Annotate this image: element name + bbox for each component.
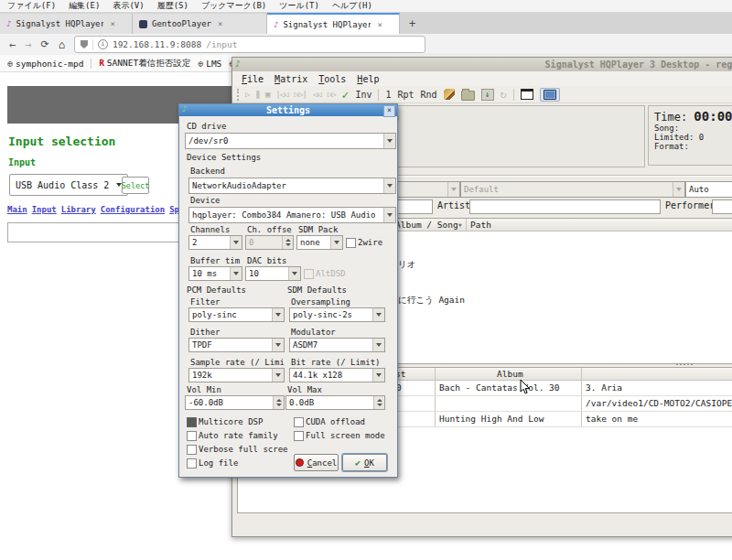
tab-hqplayer-2[interactable]: ♪ Signalyst HQPlayer 4 × bbox=[267, 13, 400, 34]
times-button[interactable]: 1 bbox=[385, 90, 391, 100]
multicore-dsp-checkbox[interactable] bbox=[187, 417, 197, 427]
random-button[interactable]: Rnd bbox=[421, 90, 437, 100]
forward-icon[interactable]: → bbox=[25, 38, 31, 51]
bookmark-lms[interactable]: ⊕ LMS bbox=[198, 59, 221, 69]
backend-combo[interactable]: NetworkAudioAdapter bbox=[188, 178, 396, 194]
invert-button[interactable]: Inv bbox=[355, 90, 371, 100]
dac-bits-combo[interactable]: 10 bbox=[245, 266, 301, 281]
open-folder-icon[interactable] bbox=[461, 91, 475, 101]
dither-combo[interactable]: TPDF bbox=[188, 338, 285, 352]
confirm-check-icon[interactable]: ✓ bbox=[342, 88, 350, 102]
menu-tools[interactable]: Tools bbox=[318, 74, 346, 84]
tab-hqplayer-1[interactable]: ♪ Signalyst HQPlayer 4 × bbox=[0, 14, 133, 34]
column-divider[interactable] bbox=[466, 219, 467, 231]
repeat-button[interactable]: Rpt bbox=[397, 90, 414, 100]
window-mode-icon[interactable] bbox=[521, 89, 533, 100]
link-configuration[interactable]: Configuration bbox=[101, 205, 165, 214]
splitter-handle[interactable] bbox=[676, 363, 693, 365]
input-device-select[interactable]: USB Audio Class 2 bbox=[9, 174, 128, 196]
ch-offset-spinner[interactable]: 0 bbox=[245, 235, 294, 250]
clear-brush-icon[interactable] bbox=[444, 89, 455, 100]
cancel-button[interactable]: Cancel bbox=[294, 454, 339, 471]
filter-combo[interactable]: poly-sinc bbox=[188, 307, 285, 322]
link-main[interactable]: Main bbox=[7, 205, 27, 214]
next-track-icon[interactable]: ▷▷| bbox=[295, 90, 307, 99]
album-song-column-header[interactable]: Album / Song bbox=[395, 220, 458, 230]
menu-help[interactable]: ヘルプ(H) bbox=[332, 0, 372, 12]
album-column-header[interactable]: Album bbox=[497, 369, 523, 379]
reload-icon[interactable]: ⟳ bbox=[40, 38, 48, 50]
previous-track-icon[interactable]: |◁◁ bbox=[275, 90, 287, 99]
sort-arrow-icon[interactable]: ▾ bbox=[458, 220, 463, 230]
fast-forward-icon[interactable]: ▷▷ bbox=[328, 90, 336, 99]
performer-input[interactable] bbox=[712, 199, 732, 214]
menu-bookmarks[interactable]: ブックマーク(B) bbox=[201, 0, 266, 12]
menu-file[interactable]: ファイル(F) bbox=[7, 0, 56, 12]
altdsd-checkbox[interactable] bbox=[304, 269, 314, 279]
path-column-header[interactable]: Path bbox=[470, 220, 491, 230]
pause-icon[interactable]: ∥ bbox=[255, 90, 259, 99]
tab-close-icon[interactable]: × bbox=[108, 19, 116, 28]
menu-matrix[interactable]: Matrix bbox=[274, 74, 307, 84]
twowire-checkbox[interactable] bbox=[346, 238, 356, 248]
new-tab-button[interactable]: + bbox=[400, 17, 425, 30]
tab-close-icon[interactable]: × bbox=[216, 19, 224, 28]
vol-min-spinner[interactable]: -60.0dB bbox=[185, 395, 285, 410]
home-icon[interactable]: ⌂ bbox=[59, 38, 65, 51]
bookmark-sannet[interactable]: R SANNET着信拒否設定 bbox=[99, 58, 190, 70]
oversampling-combo[interactable]: poly-sinc-2s bbox=[289, 307, 385, 322]
rewind-icon[interactable]: ◁◁ bbox=[313, 90, 321, 99]
menu-history[interactable]: 履歴(S) bbox=[157, 0, 188, 12]
link-library[interactable]: Library bbox=[61, 205, 96, 214]
tab-close-icon[interactable]: × bbox=[375, 20, 383, 29]
url-bar[interactable]: i 192.168.11.9:8088/input bbox=[74, 36, 425, 53]
verbose-full-screen-checkbox[interactable] bbox=[187, 445, 197, 455]
screen-mode-button[interactable] bbox=[540, 88, 560, 102]
buffer-time-combo[interactable]: 10 ms bbox=[188, 266, 242, 281]
stop-icon[interactable]: ▣ bbox=[265, 90, 269, 99]
ok-button[interactable]: ✔ OK bbox=[342, 454, 387, 471]
column-divider[interactable] bbox=[581, 368, 582, 426]
close-icon[interactable]: × bbox=[383, 105, 395, 117]
time-value: 00:00 bbox=[694, 109, 732, 124]
refresh-icon[interactable]: ↻ bbox=[501, 88, 507, 101]
hqplayer-titlebar[interactable]: Signalyst HQPlayer 3 Desktop - register bbox=[232, 58, 732, 72]
menu-edit[interactable]: 編集(E) bbox=[69, 0, 100, 12]
modulator-combo[interactable]: ASDM7 bbox=[289, 338, 385, 352]
info-icon[interactable]: i bbox=[98, 39, 108, 49]
list-item[interactable]: リオ bbox=[398, 259, 415, 271]
list-item[interactable]: に行こう Again bbox=[398, 295, 465, 307]
vol-max-spinner[interactable]: 0.0dB bbox=[285, 395, 385, 410]
preset-combo[interactable]: Default bbox=[460, 181, 685, 198]
select-button[interactable]: Select bbox=[122, 177, 149, 194]
sdm-pack-combo[interactable]: none bbox=[296, 235, 343, 250]
bit-rate-combo[interactable]: 44.1k x128 bbox=[289, 368, 385, 382]
device-combo[interactable]: hqplayer: Combo384 Amanero: USB Audio bbox=[188, 207, 396, 223]
shield-icon[interactable] bbox=[81, 40, 88, 48]
column-divider[interactable] bbox=[435, 368, 436, 426]
settings-titlebar[interactable]: Settings bbox=[179, 104, 397, 116]
cell-song: /var/video1/CD-MOTO2/CASIOPEA/20t bbox=[586, 398, 732, 408]
tab-gentooplayer[interactable]: GentooPlayer × bbox=[133, 14, 267, 34]
menu-view[interactable]: 表示(V) bbox=[113, 0, 144, 12]
auto-rate-family-checkbox[interactable] bbox=[187, 431, 197, 441]
play-icon[interactable]: ▷ bbox=[245, 90, 249, 99]
menu-tools[interactable]: ツール(T) bbox=[279, 0, 319, 12]
menu-file[interactable]: File bbox=[242, 74, 264, 84]
log-file-checkbox[interactable] bbox=[187, 458, 197, 468]
cd-drive-combo[interactable]: /dev/sr0 bbox=[185, 133, 396, 149]
bookmark-symphonic-mpd[interactable]: ⊕ symphonic-mpd bbox=[7, 59, 83, 69]
back-icon[interactable]: ← bbox=[9, 38, 16, 51]
menu-help[interactable]: Help bbox=[357, 74, 379, 84]
sample-rate-combo[interactable]: 192k bbox=[188, 368, 285, 382]
toolbar-drag-handle[interactable] bbox=[237, 89, 239, 101]
full-screen-mode-checkbox[interactable] bbox=[294, 431, 304, 441]
spinner-arrows-icon bbox=[273, 396, 284, 409]
link-input[interactable]: Input bbox=[32, 205, 57, 214]
mode-combo[interactable]: Auto bbox=[685, 181, 732, 198]
cuda-offload-checkbox[interactable] bbox=[294, 417, 304, 427]
save-icon[interactable]: ↓ bbox=[481, 89, 494, 101]
artist-input[interactable] bbox=[469, 199, 661, 214]
url-divider bbox=[92, 39, 93, 50]
channels-combo[interactable]: 2 bbox=[188, 235, 242, 250]
